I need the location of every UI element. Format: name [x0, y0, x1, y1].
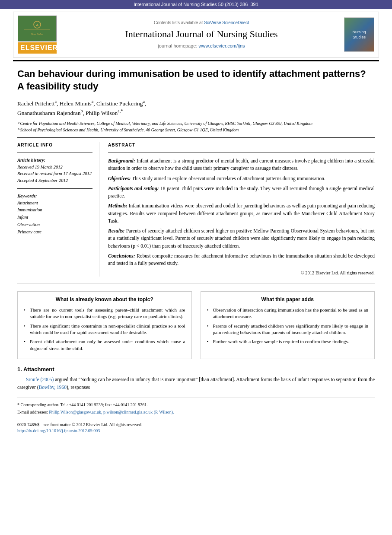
section-1-heading: 1. Attachment [17, 366, 375, 373]
article-info-label: ARTICLE INFO [17, 142, 92, 148]
abstract-background: Background: Infant attachment is a stron… [108, 157, 375, 172]
accepted-date: Accepted 4 September 2012 [17, 178, 92, 184]
known-item-3: Parent–child attachment can only be asse… [24, 338, 185, 352]
article-title: Can behaviour during immunisation be use… [17, 68, 375, 92]
info-boxes: What is already known about the topic? T… [17, 291, 375, 359]
info-box-known-title: What is already known about the topic? [24, 296, 185, 303]
journal-citation-text: International Journal of Nursing Studies… [134, 2, 258, 7]
info-box-adds-list: Observation of interaction during immuni… [207, 307, 369, 345]
keyword-4: Observation [17, 221, 92, 229]
keyword-1: Attachment [17, 200, 92, 207]
sroufe-ref[interactable]: Sroufe (2005) [26, 377, 54, 382]
adds-item-3: Further work with a larger sample is req… [207, 338, 369, 345]
svg-text:Non Solus: Non Solus [31, 32, 44, 36]
email-footnote: E-mail addresses: Philip.Wilson@glasgow.… [17, 409, 375, 415]
abstract-label: ABSTRACT [108, 142, 375, 148]
abstract-participants: Participants and setting: 18 parent–chil… [108, 185, 375, 200]
abstract-results: Results: Parents of securely attached ch… [108, 227, 375, 250]
abstract-content: Background: Infant attachment is a stron… [108, 157, 375, 277]
abstract-methods: Methods: Infant immunisation videos were… [108, 202, 375, 225]
section-1-paragraph: Sroufe (2005) argued that "Nothing can b… [17, 376, 375, 391]
known-item-1: There are no current tools for assessing… [24, 307, 185, 320]
history-label: Article history: [17, 157, 92, 164]
keywords-section: Keywords: Attachment Immunisation Infant… [17, 193, 92, 236]
bowlby-ref[interactable]: Bowlby, 1960 [38, 385, 66, 390]
doi-line: http://dx.doi.org/10.1016/j.ijnurstu.201… [17, 428, 375, 434]
corresponding-footnote: * Corresponding author. Tel.: +44 0141 2… [17, 401, 375, 408]
info-box-known-list: There are no current tools for assessing… [24, 307, 185, 352]
doi-link[interactable]: http://dx.doi.org/10.1016/j.ijnurstu.201… [17, 428, 100, 433]
article-info-column: ARTICLE INFO Article history: Received 1… [17, 142, 99, 277]
journal-thumbnail: Nursing Studies [344, 17, 374, 52]
sciverse-line: Contents lists available at SciVerse Sci… [63, 20, 340, 26]
affiliation-b: ᵇ School of Psychological Sciences and H… [17, 127, 375, 133]
adds-item-1: Observation of interaction during immuni… [207, 307, 369, 320]
received-date: Received 19 March 2012 [17, 164, 92, 171]
authors-line: Rachel Pritchetta, Helen Minnisa, Christ… [17, 98, 375, 118]
abstract-objectives: Objectives: This study aimed to explore … [108, 175, 375, 182]
keyword-5: Primary care [17, 229, 92, 236]
footnotes: * Corresponding author. Tel.: +44 0141 2… [17, 398, 375, 415]
journal-homepage-url[interactable]: www.elsevier.com/ijns [199, 43, 245, 48]
known-item-2: There are significant time constraints i… [24, 323, 185, 336]
keyword-3: Infant [17, 214, 92, 221]
doi-section: 0020-7489/$ – see front matter © 2012 El… [17, 419, 375, 434]
svg-text:☘: ☘ [36, 24, 38, 27]
copyright-line: © 2012 Elsevier Ltd. All rights reserved… [108, 270, 375, 277]
keywords-label: Keywords: [17, 193, 92, 200]
main-content: Can behaviour during immunisation be use… [0, 61, 392, 443]
journal-citation-bar: International Journal of Nursing Studies… [0, 0, 392, 9]
adds-item-2: Parents of securely attached children we… [207, 323, 369, 336]
article-history: Article history: Received 19 March 2012 … [17, 157, 92, 184]
abstract-conclusions: Conclusions: Robust composite measures f… [108, 252, 375, 268]
info-box-adds-title: What this paper adds [207, 296, 369, 303]
keywords-list: Attachment Immunisation Infant Observati… [17, 200, 92, 236]
article-info-abstract: ARTICLE INFO Article history: Received 1… [17, 142, 375, 277]
elsevier-logo: ☘ Non Solus ELSEVIER [18, 16, 57, 54]
abstract-column: ABSTRACT Background: Infant attachment i… [108, 142, 375, 277]
elsevier-logo-top: ☘ Non Solus [18, 16, 57, 41]
info-box-adds: What this paper adds Observation of inte… [201, 291, 375, 359]
section-1-body: Sroufe (2005) argued that "Nothing can b… [17, 376, 375, 391]
journal-full-title: International Journal of Nursing Studies [63, 28, 340, 41]
journal-title-center: Contents lists available at SciVerse Sci… [63, 20, 340, 49]
received-revised-date: Received in revised form 17 August 2012 [17, 171, 92, 177]
email-link[interactable]: Philip.Wilson@glasgow.ac.uk, p.wilson@cl… [49, 410, 174, 414]
issn-line: 0020-7489/$ – see front matter © 2012 El… [17, 422, 375, 428]
elsevier-wordmark: ELSEVIER [18, 42, 57, 54]
journal-homepage-line: journal homepage: www.elsevier.com/ijns [63, 43, 340, 49]
affiliation-a: ᵃ Centre for Population and Health Scien… [17, 120, 375, 127]
info-box-known: What is already known about the topic? T… [17, 291, 192, 359]
journal-header: ☘ Non Solus ELSEVIER Contents lists avai… [13, 12, 379, 57]
sciverse-link[interactable]: SciVerse ScienceDirect [204, 20, 249, 25]
affiliations: ᵃ Centre for Population and Health Scien… [17, 120, 375, 133]
keyword-2: Immunisation [17, 207, 92, 214]
